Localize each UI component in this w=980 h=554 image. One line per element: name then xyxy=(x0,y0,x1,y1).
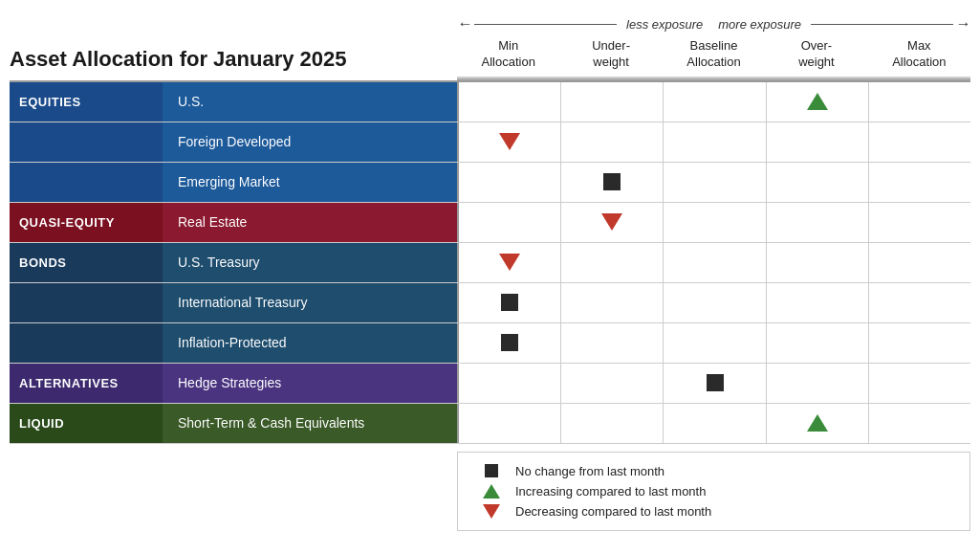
legend-decrease-icon xyxy=(483,504,500,519)
sub-real-estate: Real Estate xyxy=(163,203,457,242)
cell-max xyxy=(869,323,970,363)
legend-item: Increasing compared to last month xyxy=(477,484,950,499)
top-header: Asset Allocation for January 2025 ← less… xyxy=(10,10,970,80)
table-row: LIQUIDShort-Term & Cash Equivalents xyxy=(10,404,970,444)
cell-under xyxy=(561,163,664,202)
legend-symbol xyxy=(477,484,506,499)
cell-under xyxy=(561,364,664,403)
table-row: QUASI-EQUITYReal Estate xyxy=(10,203,970,243)
cell-max xyxy=(869,404,970,443)
cell-base xyxy=(664,323,766,363)
category-bonds: BONDS xyxy=(10,243,163,282)
more-exposure-label: more exposure xyxy=(718,17,801,32)
cell-over xyxy=(767,243,869,282)
cell-min xyxy=(459,323,561,363)
sub-short-term---cash-equivalents: Short-Term & Cash Equivalents xyxy=(163,404,457,443)
increase-icon xyxy=(807,414,828,432)
increase-icon xyxy=(807,93,828,110)
page-title: Asset Allocation for January 2025 xyxy=(10,47,347,72)
category-equities xyxy=(10,163,163,202)
less-exposure-label: less exposure xyxy=(626,17,703,32)
cell-min xyxy=(459,163,561,202)
title-block: Asset Allocation for January 2025 xyxy=(10,10,457,80)
cell-min xyxy=(459,122,561,162)
cell-over xyxy=(767,283,869,322)
decrease-icon xyxy=(499,133,520,150)
cell-base xyxy=(664,243,766,282)
cell-over xyxy=(767,364,869,403)
cell-under xyxy=(561,283,664,322)
arrow-right-icon: → xyxy=(955,15,970,33)
cell-base xyxy=(664,122,766,162)
cell-min xyxy=(459,364,561,403)
cell-min xyxy=(459,243,561,282)
col-max: MaxAllocation xyxy=(868,36,970,78)
cell-base xyxy=(664,203,766,242)
cell-under xyxy=(561,404,664,443)
legend-text: Increasing compared to last month xyxy=(515,484,706,499)
cell-max xyxy=(869,122,970,162)
data-columns xyxy=(457,243,970,282)
category-quasi-equity: QUASI-EQUITY xyxy=(10,203,163,242)
legend-symbol xyxy=(477,464,506,477)
cell-under xyxy=(561,203,664,242)
data-columns xyxy=(457,122,970,162)
arrow-left-icon: ← xyxy=(457,15,472,33)
data-columns xyxy=(457,404,970,443)
data-columns xyxy=(457,203,970,242)
legend-increase-icon xyxy=(483,484,500,499)
cell-min xyxy=(459,404,561,443)
category-equities: EQUITIES xyxy=(10,82,163,122)
data-columns xyxy=(457,283,970,322)
sub-u-s--treasury: U.S. Treasury xyxy=(163,243,457,282)
data-columns xyxy=(457,364,970,403)
legend-box: No change from last monthIncreasing comp… xyxy=(457,452,970,531)
cell-over xyxy=(767,163,869,202)
cell-over xyxy=(767,404,869,443)
cell-over xyxy=(767,82,869,122)
cell-base xyxy=(664,404,766,443)
cell-max xyxy=(869,163,970,202)
cell-under xyxy=(561,243,664,282)
category-liquid: LIQUID xyxy=(10,404,163,443)
col-under: Under-weight xyxy=(559,36,662,78)
sub-hedge-strategies: Hedge Strategies xyxy=(163,364,457,403)
table-row: EQUITIESU.S. xyxy=(10,82,970,122)
col-over: Over-weight xyxy=(765,36,867,78)
cell-under xyxy=(561,82,664,122)
cell-max xyxy=(869,283,970,322)
legend-text: Decreasing compared to last month xyxy=(515,504,711,519)
no-change-icon xyxy=(603,173,621,190)
exposure-row: ← less exposure more exposure → xyxy=(457,10,970,36)
page: Asset Allocation for January 2025 ← less… xyxy=(10,10,970,531)
cell-under xyxy=(561,323,664,363)
category-bonds xyxy=(10,323,163,363)
cell-base xyxy=(664,82,766,122)
col-header-block: ← less exposure more exposure → MinAlloc… xyxy=(457,10,970,80)
sub-inflation-protected: Inflation-Protected xyxy=(163,323,457,363)
table-row: ALTERNATIVESHedge Strategies xyxy=(10,364,970,404)
sub-u-s-: U.S. xyxy=(163,82,457,122)
cell-max xyxy=(869,203,970,242)
cell-max xyxy=(869,243,970,282)
data-columns xyxy=(457,163,970,202)
decrease-icon xyxy=(499,254,520,271)
data-columns xyxy=(457,82,970,122)
data-columns xyxy=(457,323,970,363)
cell-under xyxy=(561,122,664,162)
legend-symbol xyxy=(477,504,506,519)
no-change-icon xyxy=(707,374,724,391)
no-change-icon xyxy=(501,334,518,351)
cell-max xyxy=(869,82,970,122)
table-row: BONDSU.S. Treasury xyxy=(10,243,970,283)
col-min: MinAllocation xyxy=(457,36,559,78)
table-row: Foreign Developed xyxy=(10,122,970,163)
legend-item: No change from last month xyxy=(477,464,950,478)
cell-over xyxy=(767,203,869,242)
table-row: Emerging Market xyxy=(10,163,970,203)
sub-foreign-developed: Foreign Developed xyxy=(163,122,457,162)
category-alternatives: ALTERNATIVES xyxy=(10,364,163,403)
cell-base xyxy=(664,163,766,202)
table-row: International Treasury xyxy=(10,283,970,323)
sub-emerging-market: Emerging Market xyxy=(163,163,457,202)
